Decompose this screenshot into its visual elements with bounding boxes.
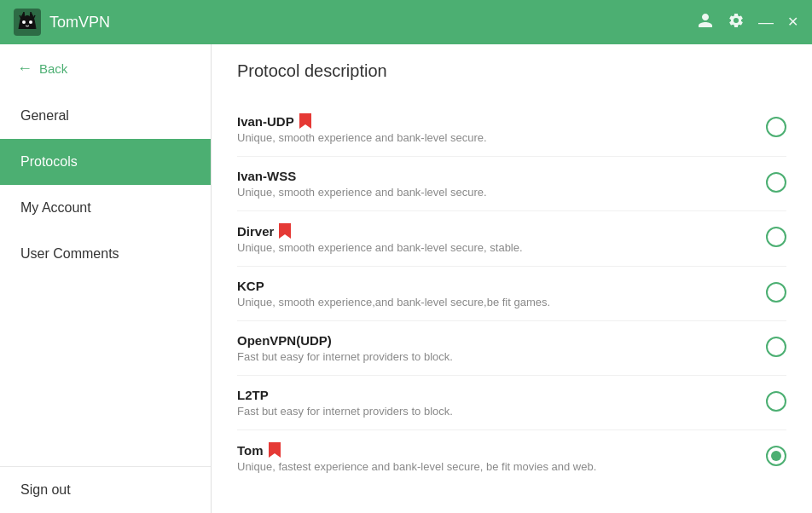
protocol-name: L2TP bbox=[237, 388, 766, 402]
protocol-radio[interactable] bbox=[766, 172, 786, 193]
main-layout: ← Back General Protocols My Account User… bbox=[0, 44, 812, 513]
protocol-name-text: OpenVPN(UDP) bbox=[237, 333, 332, 348]
protocol-name: Dirver bbox=[237, 223, 766, 239]
back-label: Back bbox=[39, 61, 67, 76]
signout-button[interactable]: Sign out bbox=[0, 466, 211, 513]
sidebar-spacer bbox=[0, 277, 211, 466]
protocol-info: KCP Unique, smooth experience,and bank-l… bbox=[237, 279, 766, 308]
protocol-name-text: Ivan-WSS bbox=[237, 169, 296, 183]
protocols-list: Ivan-UDP Unique, smooth experience and b… bbox=[237, 101, 786, 485]
protocol-name: KCP bbox=[237, 279, 766, 293]
sidebar-item-protocols[interactable]: Protocols bbox=[0, 139, 211, 185]
window-controls: — ✕ bbox=[697, 12, 798, 33]
svg-point-2 bbox=[29, 20, 32, 24]
badge-icon bbox=[299, 113, 311, 129]
close-button[interactable]: ✕ bbox=[787, 15, 798, 29]
protocol-name: Ivan-UDP bbox=[237, 113, 766, 129]
protocol-info: Ivan-UDP Unique, smooth experience and b… bbox=[237, 113, 766, 144]
protocol-name-text: Ivan-UDP bbox=[237, 114, 294, 129]
back-arrow-icon: ← bbox=[17, 60, 32, 78]
protocol-info: Ivan-WSS Unique, smooth experience and b… bbox=[237, 169, 766, 199]
protocol-radio[interactable] bbox=[766, 117, 786, 137]
titlebar: TomVPN — ✕ bbox=[0, 0, 812, 44]
protocol-desc: Fast but easy for internet providers to … bbox=[237, 350, 766, 363]
protocol-radio[interactable] bbox=[766, 227, 786, 247]
protocol-radio[interactable] bbox=[766, 391, 786, 412]
protocol-item: Dirver Unique, smooth experience and ban… bbox=[237, 211, 786, 267]
sidebar-item-user-comments[interactable]: User Comments bbox=[0, 231, 211, 277]
content-panel: Protocol description Ivan-UDP Unique, sm… bbox=[212, 44, 812, 513]
protocol-item: KCP Unique, smooth experience,and bank-l… bbox=[237, 267, 786, 321]
protocol-desc: Unique, smooth experience and bank-level… bbox=[237, 241, 766, 254]
protocol-radio[interactable] bbox=[766, 446, 786, 466]
protocol-item: Ivan-WSS Unique, smooth experience and b… bbox=[237, 157, 786, 211]
protocol-item: Tom Unique, fastest experience and bank-… bbox=[237, 430, 786, 485]
protocol-name-text: Dirver bbox=[237, 224, 274, 239]
protocol-name-text: L2TP bbox=[237, 388, 269, 402]
protocol-item: Ivan-UDP Unique, smooth experience and b… bbox=[237, 101, 786, 157]
app-title: TomVPN bbox=[49, 14, 697, 32]
content-title: Protocol description bbox=[237, 61, 786, 88]
protocol-info: L2TP Fast but easy for internet provider… bbox=[237, 388, 766, 418]
protocol-desc: Unique, smooth experience,and bank-level… bbox=[237, 296, 766, 308]
minimize-button[interactable]: — bbox=[758, 14, 774, 30]
sidebar-item-general[interactable]: General bbox=[0, 93, 211, 139]
protocol-info: Dirver Unique, smooth experience and ban… bbox=[237, 223, 766, 254]
protocol-desc: Fast but easy for internet providers to … bbox=[237, 405, 766, 418]
protocol-name: Tom bbox=[237, 442, 766, 458]
account-icon[interactable] bbox=[697, 12, 714, 33]
protocol-item: L2TP Fast but easy for internet provider… bbox=[237, 376, 786, 430]
svg-point-1 bbox=[22, 20, 26, 24]
protocol-radio[interactable] bbox=[766, 282, 786, 303]
badge-icon bbox=[279, 223, 291, 239]
protocol-name-text: KCP bbox=[237, 279, 264, 293]
protocol-info: OpenVPN(UDP) Fast but easy for internet … bbox=[237, 333, 766, 363]
protocol-desc: Unique, smooth experience and bank-level… bbox=[237, 131, 766, 144]
sidebar: ← Back General Protocols My Account User… bbox=[0, 44, 212, 513]
protocol-desc: Unique, fastest experience and bank-leve… bbox=[237, 460, 766, 473]
back-button[interactable]: ← Back bbox=[0, 44, 211, 93]
protocol-info: Tom Unique, fastest experience and bank-… bbox=[237, 442, 766, 473]
settings-icon[interactable] bbox=[728, 12, 745, 33]
app-logo-icon bbox=[14, 9, 41, 36]
protocol-desc: Unique, smooth experience and bank-level… bbox=[237, 186, 766, 199]
protocol-name: Ivan-WSS bbox=[237, 169, 766, 183]
badge-icon bbox=[269, 442, 281, 458]
protocol-name: OpenVPN(UDP) bbox=[237, 333, 766, 348]
protocol-radio[interactable] bbox=[766, 337, 786, 357]
sidebar-item-my-account[interactable]: My Account bbox=[0, 185, 211, 231]
protocol-name-text: Tom bbox=[237, 443, 264, 458]
protocol-item: OpenVPN(UDP) Fast but easy for internet … bbox=[237, 321, 786, 376]
